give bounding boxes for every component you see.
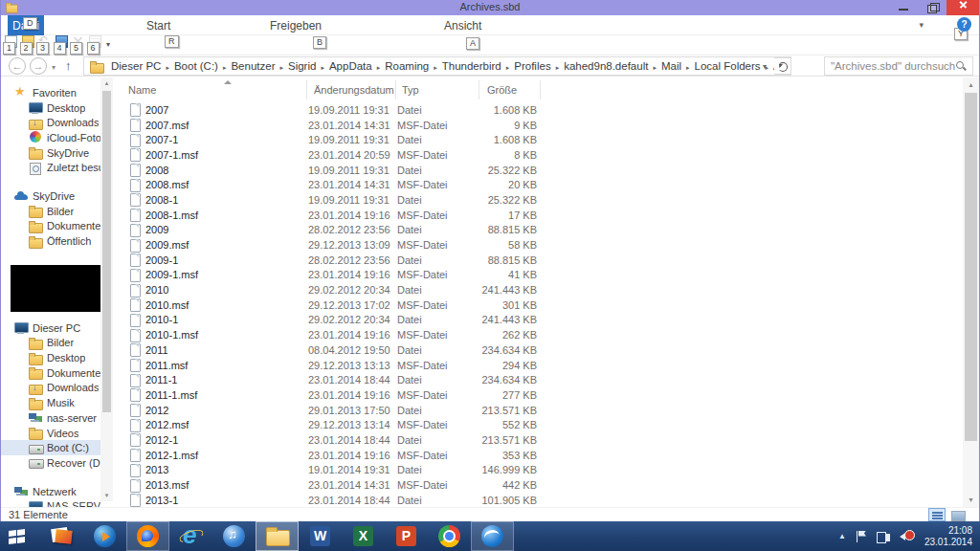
tab-freigeben[interactable]: Freigeben [270, 15, 322, 35]
sidebar-item-zuletzt-besucht[interactable]: Zuletzt besucht [1, 160, 100, 175]
action-center-flag-icon[interactable] [856, 530, 867, 543]
column-header-size[interactable]: Größe [479, 80, 541, 99]
file-row-2013-1[interactable]: 2013-123.01.2014 18:44Datei101.905 KB [113, 493, 962, 507]
sidebar-item-bilder[interactable]: Bilder [1, 336, 100, 351]
file-row-2009-1-msf[interactable]: 2009-1.msf23.01.2014 19:16MSF-Datei41 KB [113, 268, 962, 283]
sidebar-item-dokumente[interactable]: Dokumente [1, 219, 100, 234]
breadcrumb-segment-profiles[interactable]: Profiles [511, 60, 553, 72]
up-button[interactable]: ↑ [65, 58, 72, 73]
history-dropdown-icon[interactable]: ▾ [52, 63, 56, 72]
sidebar-item-nas-server[interactable]: nas-server [1, 410, 100, 426]
thumbnail-view-button[interactable] [948, 508, 966, 521]
file-row-2009[interactable]: 200928.02.2012 23:56Datei88.815 KB [113, 223, 962, 238]
file-row-2013[interactable]: 201319.01.2014 19:31Datei146.999 KB [113, 463, 962, 478]
file-row-2009-msf[interactable]: 2009.msf29.12.2013 13:09MSF-Datei58 KB [113, 237, 962, 253]
breadcrumb-segment-dieser-pc[interactable]: Dieser PC [108, 60, 164, 72]
breadcrumb-segment-boot-c[interactable]: Boot (C:) [171, 60, 221, 72]
column-header-date[interactable]: Änderungsdatum [307, 80, 396, 99]
sidebar-item-downloads[interactable]: Downloads [1, 115, 100, 130]
breadcrumb-segment-roaming[interactable]: Roaming [382, 60, 432, 72]
network-icon[interactable] [877, 530, 890, 543]
taskbar-word[interactable] [299, 521, 342, 551]
breadcrumb[interactable]: Dieser PC▸Boot (C:)▸Benutzer▸Sigrid▸AppD… [83, 56, 791, 76]
scroll-up-icon[interactable]: ▴ [963, 80, 979, 89]
sidebar-item-videos[interactable]: Videos [1, 426, 100, 441]
sidebar-section-favoriten[interactable]: Favoriten [1, 85, 100, 100]
qat-new-folder-button[interactable]: 2 [20, 35, 36, 55]
scroll-up-icon[interactable]: ▴ [100, 79, 113, 87]
sidebar-item-icloud-fotos[interactable]: iCloud-Fotos [1, 130, 100, 145]
file-row-2013-msf[interactable]: 2013.msf23.01.2014 14:31MSF-Datei442 KB [113, 477, 962, 493]
file-row-2011-msf[interactable]: 2011.msf29.12.2013 13:13MSF-Datei294 KB [113, 358, 962, 373]
taskbar-excel[interactable] [342, 521, 385, 551]
file-row-2010-msf[interactable]: 2010.msf29.12.2013 17:02MSF-Datei301 KB [113, 298, 962, 313]
file-row-2008-1-msf[interactable]: 2008-1.msf23.01.2014 19:16MSF-Datei17 KB [113, 208, 962, 223]
file-row-2012-1[interactable]: 2012-123.01.2014 18:44Datei213.571 KB [113, 432, 962, 448]
file-row-2007-1-msf[interactable]: 2007-1.msf23.01.2014 20:59MSF-Datei8 KB [113, 147, 962, 163]
breadcrumb-segment-appdata[interactable]: AppData [326, 60, 375, 72]
taskbar-itunes[interactable] [212, 521, 256, 551]
close-button[interactable] [947, 0, 979, 15]
address-dropdown-icon[interactable]: ▾ [763, 62, 767, 71]
search-icon[interactable] [955, 60, 967, 72]
back-button[interactable]: ← [9, 57, 26, 75]
scroll-down-icon[interactable]: ▾ [963, 496, 979, 504]
taskbar-clock[interactable]: 21:08 23.01.2014 [924, 525, 972, 548]
scrollbar-thumb[interactable] [102, 91, 111, 412]
file-row-2011-1-msf[interactable]: 2011-1.msf23.01.2014 19:16MSF-Datei277 K… [113, 387, 962, 403]
taskbar-chrome[interactable] [428, 521, 471, 551]
sidebar-item-skydrive[interactable]: SkyDrive [1, 145, 100, 161]
forward-button[interactable]: → [30, 57, 47, 75]
breadcrumb-segment-benutzer[interactable]: Benutzer [228, 60, 278, 72]
list-scrollbar[interactable]: ▴ ▾ [963, 77, 979, 507]
sidebar-item-boot-c[interactable]: Boot (C:) [1, 440, 100, 455]
file-row-2007-1[interactable]: 2007-119.09.2011 19:31Datei1.608 KB [113, 132, 962, 147]
sidebar-item-musik[interactable]: Musik [1, 395, 100, 410]
sidebar-section-skydrive[interactable]: SkyDrive [1, 188, 100, 204]
file-row-2007-msf[interactable]: 2007.msf23.01.2014 14:31MSF-Datei9 KB [113, 118, 962, 133]
breadcrumb-segment-kahed9n8-default[interactable]: kahed9n8.default [561, 60, 651, 72]
breadcrumb-segment-sigrid[interactable]: Sigrid [285, 60, 319, 72]
restore-button[interactable] [918, 0, 947, 15]
breadcrumb-segment-mail[interactable]: Mail [658, 60, 684, 72]
sidebar-section-netzwerk[interactable]: Netzwerk [1, 484, 100, 499]
sidebar-item-desktop[interactable]: Desktop [1, 100, 100, 116]
file-row-2010-1-msf[interactable]: 2010-1.msf23.01.2014 19:16MSF-Datei262 K… [113, 327, 962, 342]
qat-dropdown-icon[interactable]: ▾ [106, 40, 110, 49]
refresh-icon[interactable] [774, 57, 791, 75]
qat-up-button[interactable]: 4 [54, 35, 70, 55]
volume-muted-icon[interactable] [900, 529, 915, 544]
taskbar-file-explorer[interactable] [256, 521, 299, 551]
breadcrumb-segment-local-folders[interactable]: Local Folders [692, 60, 764, 72]
qat-properties-button[interactable]: 1 [3, 35, 19, 55]
taskbar-internet-explorer[interactable] [169, 521, 212, 551]
column-header-name[interactable]: Name [128, 80, 307, 99]
file-row-2011[interactable]: 201108.04.2012 19:50Datei234.634 KB [113, 342, 962, 358]
minimize-button[interactable] [889, 0, 918, 15]
taskbar-firefox[interactable] [126, 521, 169, 551]
file-row-2007[interactable]: 200719.09.2011 19:31Datei1.608 KB [113, 102, 962, 118]
help-button[interactable]: ? [957, 17, 971, 32]
file-row-2012-1-msf[interactable]: 2012-1.msf23.01.2014 19:16MSF-Datei353 K… [113, 448, 962, 463]
sidebar-section-dieser-pc[interactable]: Dieser PC [1, 320, 100, 336]
sidebar-item-dokumente[interactable]: Dokumente [1, 365, 100, 381]
file-row-2010[interactable]: 201029.02.2012 20:34Datei241.443 KB [113, 282, 962, 298]
file-row-2008[interactable]: 200819.09.2011 19:31Datei25.322 KB [113, 163, 962, 178]
file-row-2008-1[interactable]: 2008-119.09.2011 19:31Datei25.322 KB [113, 192, 962, 208]
sidebar-item-downloads[interactable]: Downloads [1, 381, 100, 396]
column-header-type[interactable]: Typ [396, 80, 479, 99]
sidebar-item-desktop[interactable]: Desktop [1, 350, 100, 365]
file-row-2010-1[interactable]: 2010-129.02.2012 20:34Datei241.443 KB [113, 313, 962, 328]
search-input[interactable]: "Archives.sbd" durchsuchen [824, 56, 973, 76]
file-row-2011-1[interactable]: 2011-123.01.2014 18:44Datei234.634 KB [113, 372, 962, 387]
details-view-button[interactable] [928, 508, 946, 521]
scrollbar-thumb[interactable] [965, 93, 977, 441]
tab-start[interactable]: Start [146, 15, 170, 35]
hidden-icons-arrow[interactable]: ▲ [838, 532, 846, 540]
sidebar-item-recover-d[interactable]: Recover (D:) [1, 455, 100, 471]
taskbar-thunderbird[interactable] [471, 521, 514, 551]
start-button[interactable] [0, 521, 33, 551]
file-row-2009-1[interactable]: 2009-128.02.2012 23:56Datei88.815 KB [113, 253, 962, 268]
file-row-2012-msf[interactable]: 2012.msf29.12.2013 13:14MSF-Datei552 KB [113, 417, 962, 432]
file-row-2008-msf[interactable]: 2008.msf23.01.2014 14:31MSF-Datei20 KB [113, 177, 962, 192]
